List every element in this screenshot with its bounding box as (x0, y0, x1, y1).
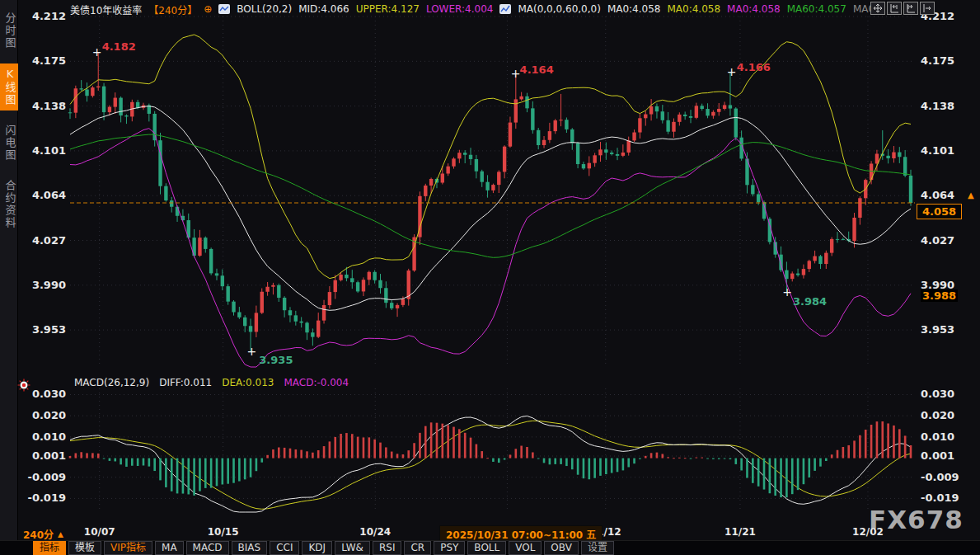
toolbar-obv-button[interactable]: OBV (544, 541, 579, 555)
ma0-magenta-value: MA0:4.058 (727, 3, 781, 15)
crosshair-marker: + (782, 285, 792, 299)
pan-icon[interactable] (870, 2, 885, 15)
toolbar-bias-button[interactable]: BIAS (232, 541, 268, 555)
price-annotation: 4.164 (520, 63, 554, 76)
toolbar-indicator-button[interactable]: 指标 (33, 541, 66, 555)
instrument-title: 美债10年收益率 (70, 2, 142, 16)
period-text: 240分 (23, 527, 54, 541)
macd-dea-value: DEA:0.013 (222, 377, 274, 388)
gridlines (70, 16, 915, 512)
period-up-icon: ▲ (58, 530, 63, 539)
macd-axis-label: 0.010 (921, 430, 954, 443)
x-axis-label: 10/15 (208, 526, 239, 538)
y-axis-label: 4.138 (25, 100, 66, 112)
x-axis-label: 10/07 (84, 526, 115, 538)
macd-axis-label: -0.019 (25, 492, 66, 504)
y-axis-label: 4.138 (921, 100, 954, 112)
macd-diff-value: DIFF:0.011 (159, 377, 212, 388)
macd-axis-label: -0.009 (25, 471, 66, 483)
y-axis-label: 4.212 (25, 10, 66, 22)
toolbar-template-button[interactable]: 模板 (68, 541, 101, 555)
boll-mid-value: MID:4.066 (298, 3, 349, 15)
watermark: FX678 (869, 505, 964, 534)
sidebar-tab-kline[interactable]: K线图 (0, 63, 18, 111)
period-selector[interactable]: 240分 ▲ (23, 527, 63, 541)
y-axis-label: 4.101 (25, 144, 66, 157)
add-indicator-icon[interactable]: ⊕ (204, 3, 212, 15)
last-price-tag: 4.058 (917, 204, 962, 219)
session-low-tag: 3.988 (921, 289, 958, 302)
toolbar-ma-button[interactable]: MA (155, 541, 184, 555)
toolbar-kdj-button[interactable]: KDJ (302, 541, 332, 555)
y-axis-label: 4.064 (25, 189, 66, 201)
macd-axis-label: -0.009 (921, 471, 959, 483)
price-annotation: 4.182 (102, 40, 136, 53)
toolbar-vol-button[interactable]: VOL (509, 541, 542, 555)
y-axis-label: 3.990 (25, 279, 66, 291)
boll-lower-value: LOWER:4.004 (426, 3, 494, 15)
y-axis-label: 4.064 (921, 189, 954, 201)
zoom-x-out-icon[interactable] (887, 2, 902, 15)
macd-axis-label: 0.001 (25, 449, 66, 462)
y-axis-label: 4.175 (25, 54, 66, 67)
y-axis-label: 4.101 (921, 144, 954, 157)
price-marker-icon: ▲ (968, 190, 974, 200)
ma0-white-value: MA0:4.058 (607, 3, 661, 15)
toolbar-cr-button[interactable]: CR (404, 541, 431, 555)
toolbar-macd-button[interactable]: MACD (186, 541, 229, 555)
macd-axis-label: 0.030 (921, 388, 954, 400)
zoom-x-in-icon[interactable] (903, 2, 918, 15)
indicator-toolbar: 指标 模板 VIP指标 MA MACD BIAS CCI KDJ LW& RSI… (0, 540, 980, 555)
chart-tool-icons (870, 2, 935, 15)
toolbar-cci-button[interactable]: CCI (270, 541, 299, 555)
price-annotation: 3.935 (259, 354, 293, 366)
x-axis-label: 11/21 (724, 526, 756, 538)
chart-canvas[interactable] (0, 0, 980, 555)
y-axis-label: 4.027 (25, 234, 66, 247)
chart-header: 美债10年收益率 【240分】 ⊕ BOLL(20,2) MID:4.066 U… (70, 2, 878, 16)
record-indicator-icon[interactable] (16, 378, 31, 396)
boll-upper-value: UPPER:4.127 (356, 3, 420, 15)
y-axis-label: 4.027 (921, 234, 954, 247)
app-window: 分时图 K线图 闪电图 合约资料 美债10年收益率 【240分】 ⊕ BOLL(… (0, 0, 980, 555)
macd-macd-value: MACD:-0.004 (284, 377, 349, 388)
macd-axis-label: 0.001 (921, 449, 954, 462)
shift-right-icon[interactable] (920, 2, 935, 15)
macd-axis-label: 0.020 (25, 409, 66, 421)
y-axis-label: 4.175 (921, 54, 954, 67)
price-annotation: 3.984 (793, 295, 827, 308)
macd-axis-label: 0.020 (921, 409, 954, 421)
price-annotation: 4.166 (737, 61, 771, 73)
toolbar-vip-button[interactable]: VIP指标 (104, 541, 152, 555)
candlestick-series (68, 53, 912, 351)
crosshair-marker: + (727, 65, 737, 78)
toolbar-rsi-button[interactable]: RSI (373, 541, 402, 555)
macd-axis-label: -0.019 (921, 492, 959, 504)
ma-legend-icon (499, 4, 511, 14)
macd-header: MACD(26,12,9) DIFF:0.011 DEA:0.013 MACD:… (74, 377, 349, 388)
x-axis-label: 10/24 (359, 526, 391, 538)
sidebar-tab-contract-info[interactable]: 合约资料 (0, 176, 18, 233)
toolbar-psy-button[interactable]: PSY (434, 541, 465, 555)
y-axis-label: 3.953 (25, 323, 66, 336)
sidebar-tab-flash[interactable]: 闪电图 (0, 120, 18, 166)
crosshair-marker: + (246, 345, 256, 358)
y-axis-label: 3.953 (921, 323, 954, 336)
boll-legend-icon (218, 4, 230, 14)
ma0-yellow-value: MA0:4.058 (667, 3, 720, 15)
toolbar-settings-button[interactable]: 设置 (581, 541, 614, 555)
ma-label: MA(0,0,0,60,0,0) (518, 3, 600, 15)
period-label[interactable]: 【240分】 (148, 2, 197, 16)
ma60-value: MA60:4.057 (787, 3, 846, 15)
crosshair-marker: + (92, 45, 102, 59)
macd-axis-label: 0.010 (25, 430, 66, 443)
sidebar: 分时图 K线图 闪电图 合约资料 (0, 0, 18, 555)
macd-label: MACD(26,12,9) (74, 377, 149, 388)
toolbar-boll-button[interactable]: BOLL (467, 541, 506, 555)
macd-panel (69, 421, 912, 497)
sidebar-tab-timeline[interactable]: 分时图 (0, 8, 18, 54)
toolbar-lwr-button[interactable]: LW& (335, 541, 370, 555)
boll-label: BOLL(20,2) (237, 3, 292, 15)
